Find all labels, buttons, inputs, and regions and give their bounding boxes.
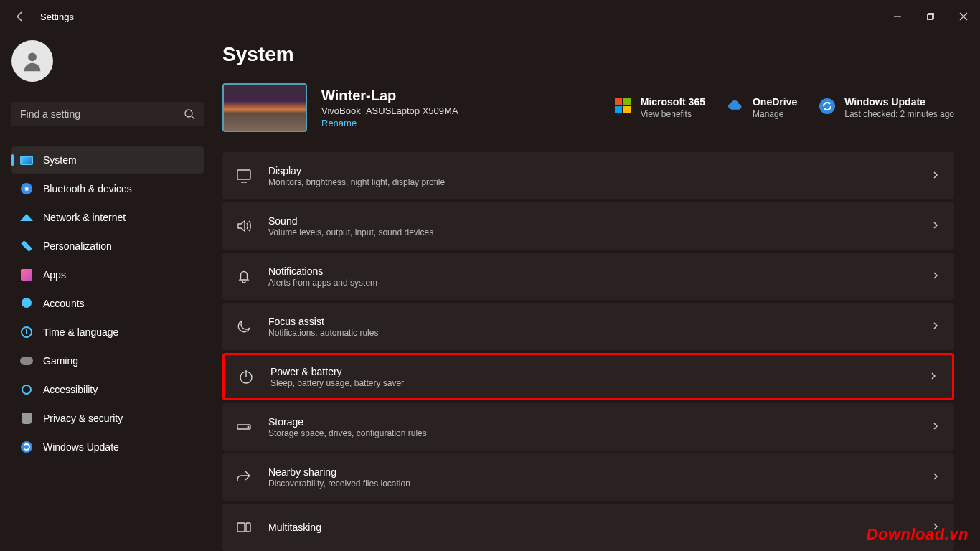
sidebar-item-system[interactable]: System <box>11 146 204 174</box>
setting-title: Notifications <box>268 265 377 277</box>
setting-title: Multitasking <box>268 522 321 533</box>
clock-icon <box>20 326 33 339</box>
chevron-right-icon <box>931 320 940 333</box>
multitasking-icon <box>235 519 253 536</box>
sidebar-item-label: Time & language <box>43 326 118 338</box>
rename-link[interactable]: Rename <box>321 118 458 128</box>
brush-icon <box>20 240 33 253</box>
accessibility-icon <box>20 383 33 396</box>
device-thumbnail[interactable] <box>222 83 307 132</box>
update-icon <box>819 98 836 115</box>
sound-icon <box>235 217 253 235</box>
sidebar-item-gaming[interactable]: Gaming <box>11 347 204 375</box>
sidebar-item-label: Privacy & security <box>43 413 123 424</box>
svg-rect-13 <box>237 523 245 532</box>
sidebar-item-label: Bluetooth & devices <box>43 183 132 194</box>
sidebar-item-apps[interactable]: Apps <box>11 261 204 288</box>
service-sub: View benefits <box>641 109 705 119</box>
minimize-button[interactable] <box>881 5 914 28</box>
sidebar-item-bluetooth[interactable]: ⁕ Bluetooth & devices <box>11 175 204 202</box>
svg-rect-2 <box>928 15 933 20</box>
back-button[interactable] <box>9 5 32 28</box>
avatar[interactable] <box>11 40 53 82</box>
onedrive-icon <box>727 98 744 115</box>
microsoft-logo-icon <box>615 98 632 115</box>
svg-rect-14 <box>246 523 250 532</box>
search-input[interactable] <box>20 108 184 120</box>
chevron-right-icon <box>931 270 940 283</box>
setting-title: Display <box>268 165 445 176</box>
app-title: Settings <box>40 11 74 22</box>
service-microsoft365[interactable]: Microsoft 365 View benefits <box>615 96 705 119</box>
device-model: VivoBook_ASUSLaptop X509MA <box>321 105 458 116</box>
search-icon <box>184 108 195 120</box>
svg-line-5 <box>192 116 194 119</box>
service-title: Microsoft 365 <box>641 96 705 108</box>
service-title: OneDrive <box>753 96 797 108</box>
watermark: Download.vn <box>867 525 969 544</box>
sidebar-item-label: Network & internet <box>43 212 126 223</box>
service-onedrive[interactable]: OneDrive Manage <box>727 96 797 119</box>
device-row: Winter-Lap VivoBook_ASUSLaptop X509MA Re… <box>222 83 954 132</box>
window-controls <box>881 5 980 28</box>
device-name: Winter-Lap <box>321 88 458 104</box>
shield-icon <box>20 412 33 425</box>
sidebar-item-label: System <box>43 154 77 166</box>
svg-point-12 <box>248 426 249 428</box>
titlebar: Settings <box>0 0 980 33</box>
svg-point-4 <box>185 110 192 117</box>
apps-icon <box>20 268 33 281</box>
setting-nearby-sharing[interactable]: Nearby sharing Discoverability, received… <box>222 453 954 501</box>
chevron-right-icon <box>931 169 940 182</box>
sidebar-item-personalization[interactable]: Personalization <box>11 232 204 260</box>
setting-title: Nearby sharing <box>268 466 410 478</box>
service-title: Windows Update <box>844 96 954 108</box>
setting-sub: Discoverability, received files location <box>268 479 410 489</box>
setting-title: Storage <box>268 416 427 428</box>
sidebar-item-label: Gaming <box>43 355 78 367</box>
person-icon <box>20 297 33 310</box>
setting-title: Sound <box>268 215 433 227</box>
setting-sub: Volume levels, output, input, sound devi… <box>268 227 433 237</box>
setting-sound[interactable]: Sound Volume levels, output, input, soun… <box>222 202 954 250</box>
setting-storage[interactable]: Storage Storage space, drives, configura… <box>222 403 954 451</box>
page-title: System <box>222 43 954 66</box>
maximize-button[interactable] <box>914 5 947 28</box>
service-windows-update[interactable]: Windows Update Last checked: 2 minutes a… <box>819 96 954 119</box>
search-box[interactable] <box>11 102 204 126</box>
sidebar-item-windows-update[interactable]: Windows Update <box>11 433 204 461</box>
chevron-right-icon <box>931 420 940 433</box>
update-icon <box>20 441 33 453</box>
main-content: System Winter-Lap VivoBook_ASUSLaptop X5… <box>215 33 980 551</box>
service-sub: Last checked: 2 minutes ago <box>844 109 954 119</box>
sidebar-item-label: Personalization <box>43 240 112 252</box>
setting-multitasking[interactable]: Multitasking <box>222 504 954 551</box>
setting-title: Focus assist <box>268 316 378 327</box>
setting-focus-assist[interactable]: Focus assist Notifications, automatic ru… <box>222 303 954 350</box>
setting-title: Power & battery <box>270 366 404 377</box>
sidebar-item-network[interactable]: Network & internet <box>11 204 204 231</box>
sidebar-item-privacy[interactable]: Privacy & security <box>11 405 204 432</box>
monitor-icon <box>235 167 253 184</box>
setting-notifications[interactable]: Notifications Alerts from apps and syste… <box>222 253 954 300</box>
setting-sub: Notifications, automatic rules <box>268 328 378 338</box>
device-info: Winter-Lap VivoBook_ASUSLaptop X509MA Re… <box>321 88 458 128</box>
sidebar-item-accounts[interactable]: Accounts <box>11 290 204 317</box>
setting-display[interactable]: Display Monitors, brightness, night ligh… <box>222 152 954 199</box>
moon-icon <box>235 318 253 335</box>
gamepad-icon <box>20 354 33 367</box>
setting-sub: Storage space, drives, configuration rul… <box>268 428 427 438</box>
sidebar-item-time[interactable]: Time & language <box>11 319 204 346</box>
power-icon <box>237 368 255 385</box>
sidebar-item-label: Apps <box>43 269 66 281</box>
sidebar-item-label: Windows Update <box>43 441 119 453</box>
storage-icon <box>235 418 253 435</box>
setting-power-battery[interactable]: Power & battery Sleep, battery usage, ba… <box>222 353 954 400</box>
monitor-icon <box>20 154 33 166</box>
setting-sub: Sleep, battery usage, battery saver <box>270 378 404 388</box>
close-button[interactable] <box>947 5 980 28</box>
service-group: Microsoft 365 View benefits OneDrive Man… <box>615 96 954 119</box>
chevron-right-icon <box>931 471 940 484</box>
svg-point-3 <box>28 52 37 61</box>
sidebar-item-accessibility[interactable]: Accessibility <box>11 376 204 403</box>
